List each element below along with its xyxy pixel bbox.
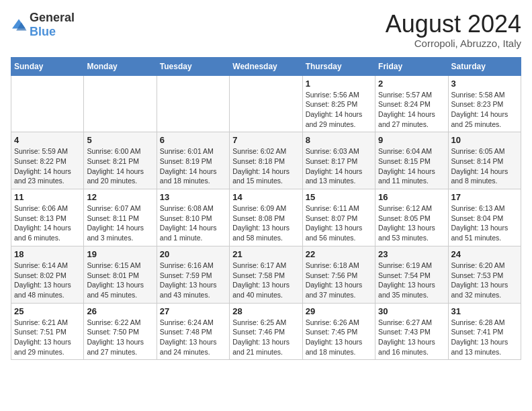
day-info: Sunrise: 6:28 AM Sunset: 7:41 PM Dayligh…	[451, 318, 518, 357]
calendar-cell: 28Sunrise: 6:25 AM Sunset: 7:46 PM Dayli…	[230, 303, 302, 360]
calendar-header: SundayMondayTuesdayWednesdayThursdayFrid…	[11, 57, 521, 75]
calendar-title: August 2024	[386, 11, 521, 38]
calendar-cell: 20Sunrise: 6:16 AM Sunset: 7:59 PM Dayli…	[157, 246, 229, 303]
day-info: Sunrise: 6:25 AM Sunset: 7:46 PM Dayligh…	[232, 318, 299, 357]
day-number: 4	[14, 135, 81, 145]
calendar-cell	[230, 75, 302, 132]
day-number: 7	[232, 135, 299, 145]
calendar-cell: 31Sunrise: 6:28 AM Sunset: 7:41 PM Dayli…	[448, 303, 521, 360]
day-info: Sunrise: 5:58 AM Sunset: 8:23 PM Dayligh…	[451, 90, 518, 130]
day-number: 27	[160, 306, 226, 316]
day-number: 19	[87, 249, 153, 259]
day-info: Sunrise: 6:21 AM Sunset: 7:51 PM Dayligh…	[14, 318, 81, 357]
calendar-cell: 29Sunrise: 6:26 AM Sunset: 7:45 PM Dayli…	[302, 303, 375, 360]
day-info: Sunrise: 6:15 AM Sunset: 8:01 PM Dayligh…	[87, 261, 153, 300]
calendar-cell: 14Sunrise: 6:09 AM Sunset: 8:08 PM Dayli…	[230, 189, 302, 246]
day-info: Sunrise: 6:03 AM Sunset: 8:17 PM Dayligh…	[306, 146, 372, 186]
calendar-cell: 13Sunrise: 6:08 AM Sunset: 8:10 PM Dayli…	[157, 189, 229, 246]
calendar-cell	[157, 75, 229, 132]
day-number: 11	[14, 192, 81, 202]
calendar-cell: 10Sunrise: 6:05 AM Sunset: 8:14 PM Dayli…	[448, 132, 521, 189]
day-info: Sunrise: 6:11 AM Sunset: 8:07 PM Dayligh…	[306, 203, 372, 243]
logo-icon	[11, 18, 27, 32]
calendar-cell: 5Sunrise: 6:00 AM Sunset: 8:21 PM Daylig…	[84, 132, 157, 189]
day-number: 14	[232, 192, 299, 202]
header: General Blue August 2024 Corropoli, Abru…	[11, 11, 521, 49]
day-number: 6	[160, 135, 226, 145]
calendar-cell: 24Sunrise: 6:20 AM Sunset: 7:53 PM Dayli…	[448, 246, 521, 303]
day-info: Sunrise: 5:59 AM Sunset: 8:22 PM Dayligh…	[14, 146, 81, 186]
day-info: Sunrise: 6:22 AM Sunset: 7:50 PM Dayligh…	[87, 318, 153, 357]
day-number: 3	[451, 79, 518, 89]
day-info: Sunrise: 5:57 AM Sunset: 8:24 PM Dayligh…	[378, 90, 445, 130]
day-number: 17	[451, 192, 518, 202]
day-info: Sunrise: 6:06 AM Sunset: 8:13 PM Dayligh…	[14, 203, 81, 243]
day-number: 1	[306, 79, 372, 89]
calendar-cell: 4Sunrise: 5:59 AM Sunset: 8:22 PM Daylig…	[11, 132, 84, 189]
calendar-week-row: 4Sunrise: 5:59 AM Sunset: 8:22 PM Daylig…	[11, 132, 521, 189]
weekday-header-saturday: Saturday	[448, 57, 521, 75]
day-number: 13	[160, 192, 226, 202]
day-number: 15	[306, 192, 372, 202]
day-info: Sunrise: 6:20 AM Sunset: 7:53 PM Dayligh…	[451, 261, 518, 300]
calendar-cell: 17Sunrise: 6:13 AM Sunset: 8:04 PM Dayli…	[448, 189, 521, 246]
calendar-cell: 9Sunrise: 6:04 AM Sunset: 8:15 PM Daylig…	[375, 132, 448, 189]
day-info: Sunrise: 6:14 AM Sunset: 8:02 PM Dayligh…	[14, 261, 81, 300]
calendar-cell: 8Sunrise: 6:03 AM Sunset: 8:17 PM Daylig…	[302, 132, 375, 189]
calendar-cell: 7Sunrise: 6:02 AM Sunset: 8:18 PM Daylig…	[230, 132, 302, 189]
day-info: Sunrise: 6:13 AM Sunset: 8:04 PM Dayligh…	[451, 203, 518, 243]
day-number: 29	[306, 306, 372, 316]
weekday-header-tuesday: Tuesday	[157, 57, 229, 75]
weekday-header-friday: Friday	[375, 57, 448, 75]
calendar-cell: 27Sunrise: 6:24 AM Sunset: 7:48 PM Dayli…	[157, 303, 229, 360]
day-number: 31	[451, 306, 518, 316]
weekday-header-thursday: Thursday	[302, 57, 375, 75]
day-info: Sunrise: 6:16 AM Sunset: 7:59 PM Dayligh…	[160, 261, 226, 300]
logo-general: General	[30, 11, 75, 24]
day-number: 23	[378, 249, 445, 259]
day-info: Sunrise: 6:01 AM Sunset: 8:19 PM Dayligh…	[160, 146, 226, 186]
day-number: 18	[14, 249, 81, 259]
day-info: Sunrise: 6:27 AM Sunset: 7:43 PM Dayligh…	[378, 318, 445, 357]
day-number: 12	[87, 192, 153, 202]
day-info: Sunrise: 6:24 AM Sunset: 7:48 PM Dayligh…	[160, 318, 226, 357]
day-number: 28	[232, 306, 299, 316]
calendar-cell: 22Sunrise: 6:18 AM Sunset: 7:56 PM Dayli…	[302, 246, 375, 303]
day-number: 10	[451, 135, 518, 145]
calendar-week-row: 11Sunrise: 6:06 AM Sunset: 8:13 PM Dayli…	[11, 189, 521, 246]
weekday-header-monday: Monday	[84, 57, 157, 75]
calendar-cell: 12Sunrise: 6:07 AM Sunset: 8:11 PM Dayli…	[84, 189, 157, 246]
day-info: Sunrise: 6:02 AM Sunset: 8:18 PM Dayligh…	[232, 146, 299, 186]
calendar-cell: 21Sunrise: 6:17 AM Sunset: 7:58 PM Dayli…	[230, 246, 302, 303]
day-number: 26	[87, 306, 153, 316]
calendar-cell: 1Sunrise: 5:56 AM Sunset: 8:25 PM Daylig…	[302, 75, 375, 132]
calendar-cell: 18Sunrise: 6:14 AM Sunset: 8:02 PM Dayli…	[11, 246, 84, 303]
day-info: Sunrise: 6:18 AM Sunset: 7:56 PM Dayligh…	[306, 261, 372, 300]
calendar-cell: 16Sunrise: 6:12 AM Sunset: 8:05 PM Dayli…	[375, 189, 448, 246]
title-area: August 2024 Corropoli, Abruzzo, Italy	[386, 11, 521, 49]
calendar-cell: 15Sunrise: 6:11 AM Sunset: 8:07 PM Dayli…	[302, 189, 375, 246]
day-info: Sunrise: 6:09 AM Sunset: 8:08 PM Dayligh…	[232, 203, 299, 243]
calendar-table: SundayMondayTuesdayWednesdayThursdayFrid…	[11, 57, 521, 361]
day-number: 24	[451, 249, 518, 259]
calendar-cell: 23Sunrise: 6:19 AM Sunset: 7:54 PM Dayli…	[375, 246, 448, 303]
calendar-cell: 11Sunrise: 6:06 AM Sunset: 8:13 PM Dayli…	[11, 189, 84, 246]
logo: General Blue	[11, 11, 75, 39]
calendar-cell	[84, 75, 157, 132]
calendar-body: 1Sunrise: 5:56 AM Sunset: 8:25 PM Daylig…	[11, 75, 521, 360]
calendar-cell: 19Sunrise: 6:15 AM Sunset: 8:01 PM Dayli…	[84, 246, 157, 303]
calendar-cell: 3Sunrise: 5:58 AM Sunset: 8:23 PM Daylig…	[448, 75, 521, 132]
calendar-cell: 25Sunrise: 6:21 AM Sunset: 7:51 PM Dayli…	[11, 303, 84, 360]
calendar-week-row: 18Sunrise: 6:14 AM Sunset: 8:02 PM Dayli…	[11, 246, 521, 303]
day-number: 25	[14, 306, 81, 316]
day-info: Sunrise: 6:19 AM Sunset: 7:54 PM Dayligh…	[378, 261, 445, 300]
day-info: Sunrise: 6:00 AM Sunset: 8:21 PM Dayligh…	[87, 146, 153, 186]
weekday-header-wednesday: Wednesday	[230, 57, 302, 75]
calendar-cell: 30Sunrise: 6:27 AM Sunset: 7:43 PM Dayli…	[375, 303, 448, 360]
day-info: Sunrise: 6:07 AM Sunset: 8:11 PM Dayligh…	[87, 203, 153, 243]
calendar-cell	[11, 75, 84, 132]
day-info: Sunrise: 5:56 AM Sunset: 8:25 PM Dayligh…	[306, 90, 372, 130]
day-number: 9	[378, 135, 445, 145]
day-number: 22	[306, 249, 372, 259]
weekday-header-sunday: Sunday	[11, 57, 84, 75]
